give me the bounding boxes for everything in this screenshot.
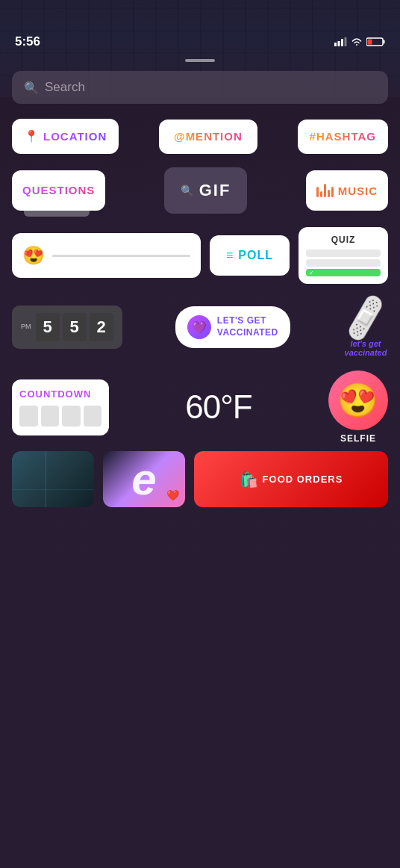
slider-track — [52, 255, 190, 257]
sticker-questions[interactable]: QUESTIONS — [12, 170, 105, 211]
weather-text: 60°F — [185, 388, 251, 425]
sticker-vaccinated[interactable]: 💜 LET'S GETVACCINATED — [175, 306, 290, 348]
selfie-circle: 😍 — [328, 371, 388, 430]
quiz-option-2 — [306, 259, 381, 267]
status-time: 5:56 — [15, 34, 40, 49]
food-bag-icon: 🛍️ — [240, 471, 258, 489]
countdown-block-4 — [84, 406, 102, 427]
sticker-mention[interactable]: @MENTION — [159, 120, 257, 154]
countdown-blocks — [19, 406, 101, 427]
vacc-heart-icon: 💜 — [187, 315, 211, 339]
sticker-row-3: 😍 ≡ POLL QUIZ ✓ — [12, 227, 388, 284]
sticker-location[interactable]: 📍 LOCATION — [12, 119, 119, 154]
slider-emoji: 😍 — [22, 245, 45, 266]
vacc-text: LET'S GETVACCINATED — [217, 315, 278, 338]
clock-digits: 5 5 2 — [36, 313, 113, 341]
sticker-row-4: PM 5 5 2 💜 LET'S GETVACCINATED 🩹 let's g… — [12, 297, 388, 357]
pin-icon: 📍 — [24, 129, 39, 143]
food-orders-label: FOOD ORDERS — [263, 474, 343, 485]
clock-digit-1: 5 — [36, 313, 60, 341]
selfie-label: SELFIE — [340, 433, 376, 444]
sticker-row-1: 📍 LOCATION @MENTION #HASHTAG — [12, 119, 388, 154]
drag-handle[interactable] — [185, 59, 215, 62]
countdown-block-2 — [41, 406, 60, 427]
sticker-clock[interactable]: PM 5 5 2 — [12, 306, 122, 349]
sticker-emoji-slider[interactable]: 😍 — [12, 233, 201, 278]
countdown-block-1 — [19, 406, 38, 427]
hashtag-label: #HASHTAG — [310, 130, 376, 143]
sticker-countdown[interactable]: COUNTDOWN — [12, 379, 109, 435]
countdown-block-3 — [62, 406, 81, 427]
svg-rect-0 — [334, 43, 337, 46]
quiz-option-1 — [306, 249, 381, 257]
svg-rect-5 — [384, 40, 385, 44]
bandaid-icon: 🩹 — [339, 292, 393, 344]
countdown-title: COUNTDOWN — [19, 388, 101, 400]
sticker-quiz[interactable]: QUIZ ✓ — [299, 227, 388, 284]
search-placeholder: Search — [45, 80, 85, 95]
sticker-row-5: COUNTDOWN 60°F 😍 SELFIE — [12, 371, 388, 444]
sticker-row-2: QUESTIONS 🔍 GIF MUSIC — [12, 167, 388, 214]
e-logo-letter: e — [131, 453, 156, 505]
svg-rect-6 — [368, 40, 372, 45]
location-label: LOCATION — [43, 130, 107, 143]
poll-label: ≡ POLL — [226, 249, 273, 262]
sticker-food-orders[interactable]: 🛍️ FOOD ORDERS — [194, 451, 388, 507]
quiz-title: QUIZ — [306, 235, 381, 245]
sticker-vacc-animated[interactable]: 🩹 let's getvaccinated — [343, 297, 388, 357]
quiz-option-selected: ✓ — [306, 269, 381, 276]
questions-label: QUESTIONS — [22, 184, 95, 196]
search-container: 🔍 Search — [0, 71, 400, 104]
sticker-music[interactable]: MUSIC — [306, 170, 388, 211]
gif-label: GIF — [199, 181, 231, 200]
quiz-options: ✓ — [306, 249, 381, 276]
battery-icon — [366, 37, 385, 46]
gif-search-icon: 🔍 — [181, 185, 193, 196]
bottom-row: e ❤️ 🛍️ FOOD ORDERS — [0, 451, 400, 507]
clock-pm: PM — [21, 323, 31, 330]
wifi-icon — [351, 37, 363, 46]
quiz-check-icon: ✓ — [309, 270, 314, 276]
poll-lines-icon: ≡ — [226, 249, 234, 262]
music-label: MUSIC — [338, 185, 378, 197]
sticker-map[interactable] — [12, 451, 94, 507]
clock-digit-3: 2 — [90, 313, 113, 341]
music-bars-icon — [316, 184, 334, 197]
search-icon: 🔍 — [24, 81, 39, 95]
sticker-gif[interactable]: 🔍 GIF — [164, 167, 248, 214]
map-visual — [12, 451, 94, 507]
sticker-grid: 📍 LOCATION @MENTION #HASHTAG QUESTIONS 🔍… — [0, 119, 400, 444]
heart-icon: ❤️ — [166, 489, 179, 501]
svg-rect-2 — [341, 39, 343, 46]
svg-rect-3 — [345, 37, 347, 46]
sticker-weather[interactable]: 60°F — [185, 388, 251, 426]
clock-digit-2: 5 — [63, 313, 87, 341]
mention-label: @MENTION — [174, 130, 243, 143]
sticker-poll[interactable]: ≡ POLL — [210, 235, 290, 276]
status-bar: 5:56 — [0, 27, 400, 53]
sticker-hashtag[interactable]: #HASHTAG — [298, 120, 388, 154]
search-bar[interactable]: 🔍 Search — [12, 71, 388, 104]
signal-icon — [334, 37, 347, 46]
svg-rect-1 — [338, 41, 340, 46]
sticker-selfie[interactable]: 😍 SELFIE — [328, 371, 388, 444]
status-icons — [334, 37, 385, 46]
sticker-e-logo[interactable]: e ❤️ — [103, 451, 185, 507]
